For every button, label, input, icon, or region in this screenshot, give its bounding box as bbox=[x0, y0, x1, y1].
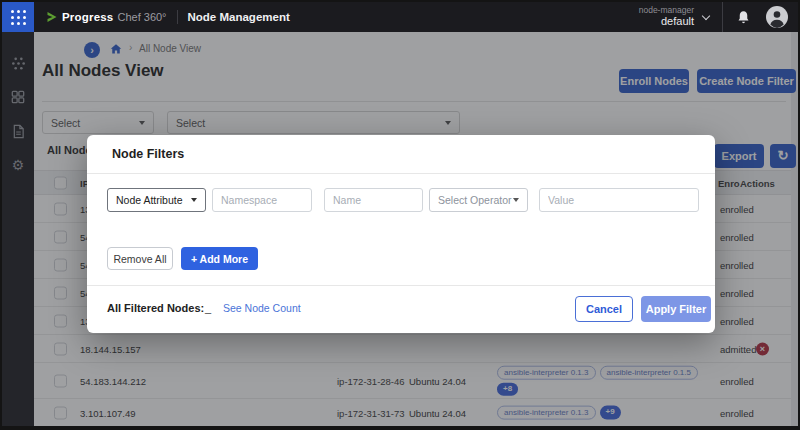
modal-title: Node Filters bbox=[112, 147, 184, 161]
brand-name: Progress bbox=[62, 11, 113, 23]
modal-header-divider bbox=[87, 173, 715, 174]
brand-suite: Chef 360° bbox=[117, 11, 166, 23]
apply-filter-button[interactable]: Apply Filter bbox=[641, 296, 711, 322]
brand-logo: Progress Chef 360° bbox=[46, 11, 167, 23]
app-launcher-icon[interactable] bbox=[2, 2, 34, 32]
tenant-switcher[interactable]: node-manager default bbox=[639, 5, 709, 29]
namespace-input[interactable] bbox=[212, 188, 312, 212]
see-node-count-link[interactable]: See Node Count bbox=[223, 302, 301, 314]
filtered-nodes-count: _ bbox=[205, 302, 211, 314]
progress-logo-icon bbox=[46, 11, 58, 23]
node-attribute-select-value: Node Attribute bbox=[116, 194, 183, 206]
filtered-nodes-label: All Filtered Nodes: bbox=[107, 302, 204, 314]
operator-select[interactable]: Select Operator bbox=[429, 188, 528, 212]
topbar-separator bbox=[722, 2, 723, 32]
name-input[interactable] bbox=[324, 188, 423, 212]
tenant-texts: node-manager default bbox=[639, 5, 694, 29]
modal-footer-divider bbox=[87, 285, 715, 286]
caret-down-icon bbox=[191, 198, 197, 202]
value-input[interactable] bbox=[539, 188, 699, 212]
node-filters-modal: Node Filters Node Attribute Select Opera… bbox=[87, 135, 715, 333]
operator-select-value: Select Operator bbox=[438, 194, 512, 206]
app-title: Node Management bbox=[188, 11, 290, 23]
remove-all-button[interactable]: Remove All bbox=[107, 247, 173, 270]
chevron-down-icon bbox=[702, 11, 710, 19]
user-avatar[interactable] bbox=[766, 6, 788, 28]
topbar: Progress Chef 360° Node Management node-… bbox=[2, 2, 798, 32]
topbar-divider bbox=[177, 10, 178, 24]
app-window: Progress Chef 360° Node Management node-… bbox=[0, 0, 800, 430]
notifications-bell-icon[interactable] bbox=[736, 10, 751, 25]
node-attribute-select[interactable]: Node Attribute bbox=[107, 188, 206, 212]
cancel-button[interactable]: Cancel bbox=[575, 296, 633, 322]
tenant-value: default bbox=[661, 15, 694, 29]
tenant-org-label: node-manager bbox=[639, 5, 694, 16]
add-more-button[interactable]: + Add More bbox=[181, 247, 258, 270]
caret-down-icon bbox=[513, 198, 519, 202]
